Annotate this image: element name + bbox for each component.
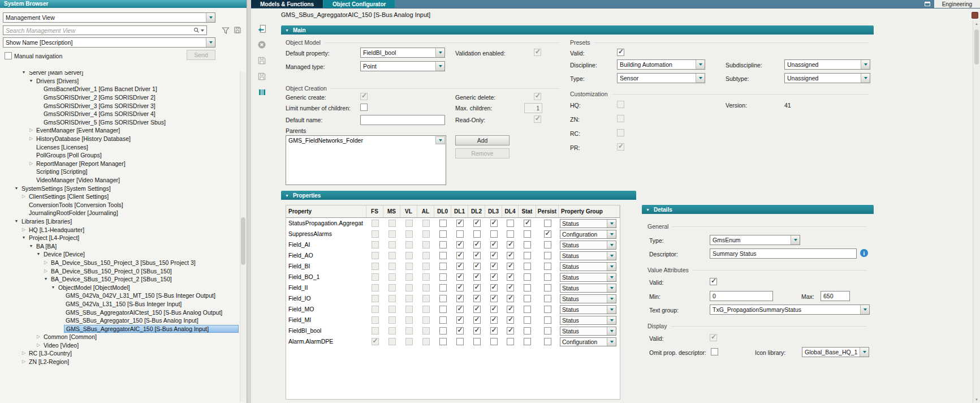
column-header-dl3[interactable]: DL3 (485, 205, 502, 217)
tree-item[interactable]: ConversionTools [Conversion Tools] (0, 201, 239, 209)
collapse-arrow-icon[interactable]: ▼ (42, 275, 49, 283)
checkbox[interactable] (544, 252, 551, 259)
tree-item[interactable]: JournalingRootFolder [Journaling] (0, 209, 239, 217)
scrollbar-thumb[interactable] (974, 29, 979, 65)
checkbox[interactable] (456, 252, 464, 259)
checkbox[interactable] (490, 273, 498, 281)
checkbox[interactable] (439, 252, 447, 259)
tree-item[interactable]: ▼Drivers [Drivers] (0, 77, 239, 85)
checkbox[interactable] (544, 306, 551, 313)
checkbox[interactable] (507, 241, 514, 248)
checkbox[interactable] (439, 220, 447, 227)
tree-item[interactable]: GMS_SBus_AgreggatorAIC_150 [S-Bus Analog… (0, 324, 239, 333)
checkbox[interactable] (524, 230, 531, 238)
checkbox[interactable] (490, 252, 498, 259)
checkbox[interactable] (439, 338, 447, 345)
tree-item[interactable]: GMS_042Va_L31_150 [S-Bus Integer Input] (0, 300, 239, 308)
checkbox[interactable] (507, 295, 514, 302)
property-row[interactable]: SuppressAlarmsConfiguration (286, 229, 620, 239)
tree-item[interactable]: GmsSORISDriver_2 [Gms SORISDriver 2] (0, 93, 239, 102)
discipline-select[interactable]: Building Automation (617, 59, 705, 70)
column-header-dl0[interactable]: DL0 (434, 205, 451, 217)
checkbox[interactable] (439, 327, 447, 335)
tree-item[interactable]: ▼Server [Main Server] (0, 71, 239, 77)
tab-models-and-functions[interactable]: Models & Functions (251, 0, 323, 8)
checkbox[interactable] (524, 273, 531, 281)
checkbox[interactable] (524, 338, 531, 345)
checkbox[interactable] (439, 295, 447, 302)
checkbox[interactable] (490, 295, 498, 302)
property-group-select[interactable]: Status (560, 241, 616, 250)
display-mode-select[interactable]: Show Name [Description] (3, 37, 215, 48)
checkbox[interactable] (490, 316, 498, 324)
checkbox[interactable] (524, 316, 531, 324)
collapse-arrow-icon[interactable]: ▼ (28, 242, 34, 250)
expand-arrow-icon[interactable]: ▷ (20, 192, 27, 200)
collapse-arrow-icon[interactable]: ▼ (50, 284, 57, 291)
expand-arrow-icon[interactable]: ▷ (20, 358, 27, 366)
checkbox[interactable] (544, 338, 551, 345)
tree-item[interactable]: GmsSORISDriver_4 [Gms SORISDriver 4] (0, 110, 239, 118)
manual-navigation-checkbox[interactable] (5, 52, 12, 59)
vertical-scrollbar[interactable]: ▲ ▼ (973, 20, 980, 403)
limit-children-checkbox[interactable] (360, 104, 368, 111)
tree-item[interactable]: ▷Common [Common] (0, 333, 239, 341)
checkbox[interactable] (473, 263, 481, 270)
checkbox[interactable] (439, 284, 447, 291)
info-icon[interactable]: i (860, 249, 868, 257)
filter-icon[interactable] (221, 25, 230, 35)
icon-library-select[interactable]: Global_Base_HQ_1 (802, 347, 869, 357)
checkbox[interactable] (456, 316, 464, 324)
tree-item[interactable]: ▼BA [BA] (0, 242, 239, 250)
property-row[interactable]: Field_IIStatus (286, 282, 620, 293)
managed-type-select[interactable]: Point (360, 61, 445, 71)
tree-item[interactable]: GmsSORISDriver_5 [Gms SORISDriver Sbus] (0, 118, 239, 127)
tree-item[interactable]: Scripting [Scripting] (0, 168, 239, 176)
column-header-property[interactable]: Property (286, 205, 366, 217)
subdiscipline-select[interactable]: Unassigned (784, 59, 870, 70)
checkbox[interactable] (507, 306, 514, 313)
tree-item[interactable]: GMS_SBus_AggregatorAICtest_150 [S-Bus An… (0, 308, 239, 316)
tree-item[interactable]: ▷ReportManager [Report Manager] (0, 160, 239, 168)
column-header-dl2[interactable]: DL2 (468, 205, 485, 217)
property-group-select[interactable]: Configuration (560, 337, 616, 346)
checkbox[interactable] (473, 327, 481, 335)
tab-object-configurator[interactable]: Object Configurator (323, 0, 395, 8)
tree-scrollbar-thumb[interactable] (241, 217, 245, 265)
type-select[interactable]: Sensor (617, 73, 705, 83)
max-field[interactable] (821, 291, 850, 301)
checkbox[interactable] (490, 230, 498, 238)
checkbox[interactable] (544, 316, 551, 324)
checkbox[interactable] (456, 273, 464, 281)
checkbox[interactable] (524, 241, 531, 248)
collapse-arrow-icon[interactable]: ▼ (20, 71, 27, 76)
checkbox[interactable] (524, 327, 531, 335)
expand-arrow-icon[interactable]: ▷ (20, 226, 27, 234)
tree-item[interactable]: ▷EventManager [Event Manager] (0, 126, 239, 135)
default-name-field[interactable] (360, 115, 445, 125)
checkbox[interactable] (439, 241, 447, 248)
checkbox[interactable] (507, 338, 514, 345)
checkbox[interactable] (544, 327, 551, 335)
property-group-select[interactable]: Status (560, 294, 616, 303)
expand-arrow-icon[interactable]: ▷ (20, 349, 27, 357)
column-header-persist[interactable]: Persist (536, 205, 559, 217)
property-group-select[interactable]: Status (560, 284, 616, 293)
tree-item[interactable]: ▷HQ [L1-Headquarter] (0, 225, 239, 234)
checkbox[interactable] (507, 273, 514, 281)
column-header-vl[interactable]: VL (400, 205, 417, 217)
save-filter-icon[interactable] (232, 25, 242, 35)
collapse-arrow-icon[interactable]: ▼ (35, 250, 42, 258)
property-group-select[interactable]: Configuration (560, 230, 616, 239)
tree-item[interactable]: ▼ObjectModel [ObjectModel] (0, 283, 239, 291)
expand-arrow-icon[interactable]: ▷ (35, 333, 42, 341)
checkbox[interactable] (524, 284, 531, 291)
column-header-dl4[interactable]: DL4 (502, 205, 519, 217)
min-field[interactable] (710, 291, 773, 301)
details-section-header[interactable]: ▼ Details (642, 205, 874, 214)
collapse-arrow-icon[interactable]: ▼ (28, 77, 34, 85)
checkbox[interactable] (524, 263, 531, 270)
checkbox[interactable] (456, 230, 464, 238)
tree-item[interactable]: ▷ClientSettings [Client Settings] (0, 192, 239, 201)
subtype-select[interactable]: Unassigned (784, 73, 870, 83)
